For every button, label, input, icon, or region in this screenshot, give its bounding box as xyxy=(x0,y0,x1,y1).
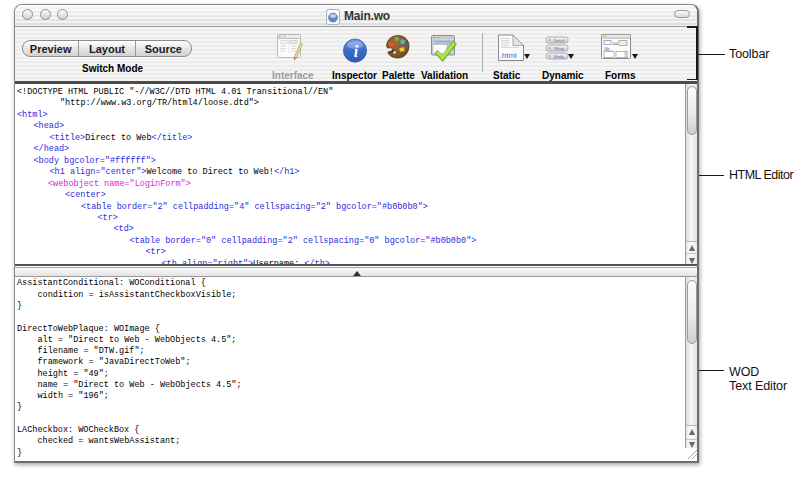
svg-text:Detail: Detail xyxy=(554,38,565,43)
svg-text:i: i xyxy=(354,43,359,60)
svg-text:Wrap: Wrap xyxy=(554,46,565,51)
svg-text:.html: .html xyxy=(500,51,518,60)
svg-text:Ab..: Ab.. xyxy=(604,47,612,52)
svg-text:Body: Body xyxy=(554,54,565,59)
